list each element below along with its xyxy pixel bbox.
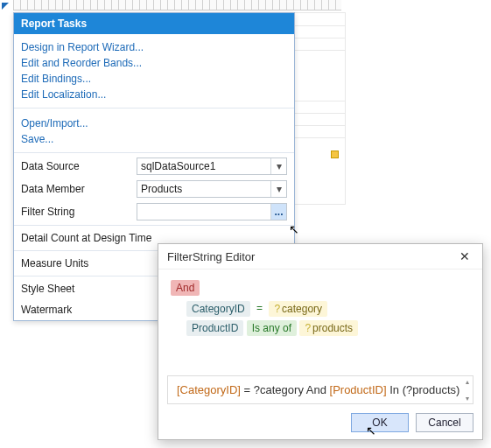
cancel-button[interactable]: Cancel xyxy=(416,413,473,432)
ellipsis-icon[interactable]: ... xyxy=(270,204,286,220)
dialog-titlebar: FilterString Editor ✕ xyxy=(158,244,482,270)
chevron-down-icon[interactable]: ▾ xyxy=(270,158,286,174)
expr-text: = ?category And xyxy=(241,383,330,396)
link-save[interactable]: Save... xyxy=(21,131,287,147)
expr-field-token: [CategoryID] xyxy=(177,383,241,396)
link-group-top: Design in Report Wizard... Edit and Reor… xyxy=(14,34,294,106)
scrollbar[interactable]: ▴ ▾ xyxy=(464,376,471,403)
horizontal-ruler xyxy=(13,0,341,10)
prop-data-source: Data Source sqlDataSource1 ▾ xyxy=(14,155,294,178)
link-open-import[interactable]: Open/Import... xyxy=(21,116,287,131)
expr-field-token: [ProductID] xyxy=(330,383,387,396)
param-pill[interactable]: ?products xyxy=(299,320,358,336)
link-edit-localization[interactable]: Edit Localization... xyxy=(21,87,287,102)
param-icon: ? xyxy=(305,322,311,334)
prop-label: Data Source xyxy=(21,160,137,172)
data-source-value: sqlDataSource1 xyxy=(137,160,270,172)
filter-condition-row[interactable]: ProductID Is any of ?products xyxy=(186,320,470,336)
link-design-wizard[interactable]: Design in Report Wizard... xyxy=(21,39,287,55)
prop-data-member: Data Member Products ▾ xyxy=(14,178,294,200)
prop-label: Style Sheet xyxy=(21,283,137,295)
bookmark-icon xyxy=(331,150,339,158)
expression-text[interactable]: [CategoryID] = ?category And [ProductID]… xyxy=(167,375,473,404)
root-operator-pill[interactable]: And xyxy=(171,280,200,296)
prop-label: Measure Units xyxy=(21,257,137,270)
field-pill[interactable]: ProductID xyxy=(186,320,243,336)
filter-string-field[interactable]: ... xyxy=(137,203,287,220)
param-pill[interactable]: ?category xyxy=(269,301,327,317)
link-edit-bands[interactable]: Edit and Reorder Bands... xyxy=(21,55,287,71)
close-icon[interactable]: ✕ xyxy=(456,249,473,263)
chevron-down-icon[interactable]: ▾ xyxy=(270,181,286,197)
divider xyxy=(14,108,294,108)
prop-label: Detail Count at Design Time xyxy=(21,232,151,244)
prop-label: Filter String xyxy=(21,206,137,218)
filter-condition-row[interactable]: CategoryID = ?category xyxy=(186,301,470,317)
divider xyxy=(14,225,294,226)
data-member-value: Products xyxy=(137,183,270,195)
divider xyxy=(14,152,294,153)
data-source-field[interactable]: sqlDataSource1 ▾ xyxy=(137,158,287,175)
corner-mark-icon xyxy=(2,3,9,10)
scroll-down-icon[interactable]: ▾ xyxy=(464,395,471,402)
dialog-body: And CategoryID = ?category ProductID Is … xyxy=(158,270,482,345)
operator-eq[interactable]: = xyxy=(253,302,266,314)
ok-button[interactable]: OK xyxy=(351,413,409,432)
prop-label: Watermark xyxy=(21,304,137,316)
grid-cells xyxy=(293,12,346,205)
scroll-up-icon[interactable]: ▴ xyxy=(464,378,471,385)
param-name: products xyxy=(312,322,353,334)
field-pill[interactable]: CategoryID xyxy=(186,301,250,317)
panel-title: Report Tasks xyxy=(14,13,294,34)
param-icon: ? xyxy=(274,303,280,315)
dialog-buttons: OK Cancel xyxy=(351,413,473,432)
filterstring-editor-dialog: FilterString Editor ✕ And CategoryID = ?… xyxy=(158,243,483,440)
link-edit-bindings[interactable]: Edit Bindings... xyxy=(21,71,287,87)
operator-pill[interactable]: Is any of xyxy=(247,320,297,336)
dialog-title: FilterString Editor xyxy=(167,250,255,263)
prop-label: Data Member xyxy=(21,183,137,195)
link-group-mid: Open/Import... Save... xyxy=(14,110,294,150)
prop-filter-string: Filter String ... xyxy=(14,200,294,223)
param-name: category xyxy=(282,303,322,315)
expr-text: In (?products) xyxy=(387,383,460,396)
data-member-field[interactable]: Products ▾ xyxy=(137,180,287,198)
